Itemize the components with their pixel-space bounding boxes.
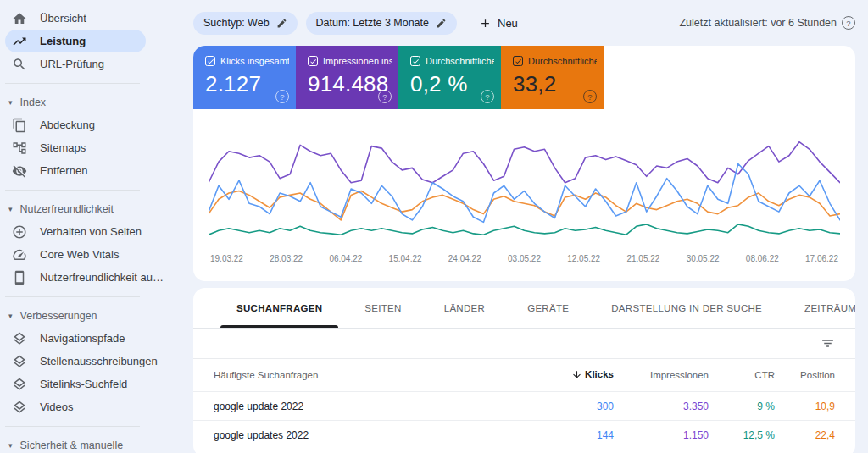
main-content: Suchtyp: Web Datum: Letzte 3 Monate Neu … [180,0,868,453]
checkbox-checked-icon[interactable] [205,56,215,66]
metric-card-ctr[interactable]: Durchschnittliche… 0,2 % ? [398,46,501,109]
column-header-impressionen[interactable]: Impressionen [614,359,709,392]
x-axis: 19.03.2228.03.2206.04.2215.04.2224.04.22… [209,246,840,263]
sidebar-section-label: Nutzerfreundlichkeit [20,202,114,216]
help-icon[interactable]: ? [275,90,289,103]
query-cell: google update 2022 [193,392,514,421]
chevron-down-icon: ▾ [8,96,13,109]
table-row[interactable]: google update 2022 300 3.350 9 % 10,9 [193,392,855,421]
chevron-down-icon: ▾ [8,202,13,216]
x-tick-label: 21.05.22 [626,254,659,263]
topbar: Suchtyp: Web Datum: Letzte 3 Monate Neu … [193,0,855,46]
metric-card-impressionen[interactable]: Impressionen ins… 914.488 ? [296,46,398,109]
search-type-chip[interactable]: Suchtyp: Web [193,12,298,35]
column-header-query[interactable]: Häufigste Suchanfragen [193,359,514,392]
date-range-chip[interactable]: Datum: Letzte 3 Monate [306,12,457,35]
x-tick-label: 17.06.22 [805,254,838,263]
sidebar-item-nutzerfreundlichkeit-mobil[interactable]: Nutzerfreundlichkeit au… [0,266,180,289]
sidebar-divider [5,83,140,84]
filter-row [193,329,855,359]
sidebar-item-sitemaps[interactable]: Sitemaps [0,136,180,159]
home-icon [12,11,27,26]
column-header-label: Klicks [585,369,614,379]
sidebar-item-label: Sitelinks-Suchfeld [40,378,127,390]
sidebar-item-url-pruefung[interactable]: URL-Prüfung [0,52,180,75]
last-updated: Zuletzt aktualisiert: vor 6 Stunden ? [679,16,855,30]
sidebar-item-videos[interactable]: Videos [0,395,180,418]
checkbox-checked-icon[interactable] [513,56,523,66]
checkbox-checked-icon[interactable] [410,56,420,66]
help-icon[interactable]: ? [842,16,855,30]
x-tick-label: 08.06.22 [746,254,779,263]
sidebar-item-label: Navigationspfade [40,332,125,345]
layers-icon [12,354,27,369]
phone-icon [12,270,27,285]
column-header-ctr[interactable]: CTR [709,359,775,392]
chevron-down-icon: ▾ [8,309,13,323]
help-icon[interactable]: ? [583,90,597,103]
sidebar-section-label: Index [20,96,47,109]
new-filter-button[interactable]: Neu [479,17,518,30]
sidebar-item-abdeckung[interactable]: Abdeckung [0,113,180,136]
circle-plus-icon [12,224,27,240]
metric-card-klicks[interactable]: Klicks insgesamt 2.127 ? [193,46,296,109]
last-updated-text: Zuletzt aktualisiert: vor 6 Stunden [679,17,837,29]
tab-darstellung[interactable]: DARSTELLUNG IN DER SUCHE [590,288,783,328]
sidebar-item-navigationspfade[interactable]: Navigationspfade [0,327,180,350]
filter-icon[interactable] [821,336,835,351]
x-tick-label: 19.03.22 [210,254,243,263]
metric-label: Durchschnittliche… [528,56,597,66]
sidebar-section-nutzerfreundlichkeit[interactable]: ▾ Nutzerfreundlichkeit [0,198,180,220]
checkbox-checked-icon[interactable] [308,56,318,66]
sidebar-item-label: Leistung [40,35,86,47]
sidebar-item-verhalten-von-seiten[interactable]: Verhalten von Seiten [0,220,180,243]
sidebar-item-label: Nutzerfreundlichkeit au… [40,271,164,284]
sidebar-item-label: Entfernen [40,164,87,177]
position-cell: 10,9 [775,392,855,421]
sidebar-item-label: Übersicht [40,12,86,25]
sidebar-item-label: Verhalten von Seiten [40,225,142,238]
tab-laender[interactable]: LÄNDER [423,288,506,328]
app-root: Übersicht Leistung URL-Prüfung ▾ Index A… [0,0,868,453]
sidebar-section-verbesserungen[interactable]: ▾ Verbesserungen [0,305,180,327]
column-header-position[interactable]: Position [775,359,855,392]
table-header-row: Häufigste Suchanfragen Klicks Impression… [193,359,855,392]
date-range-label: Datum: Letzte 3 Monate [316,17,429,29]
eye-off-icon [12,163,27,179]
help-icon[interactable]: ? [378,90,392,103]
sidebar-item-leistung[interactable]: Leistung [5,30,146,52]
line-chart[interactable] [209,132,840,246]
tab-zeitraeume[interactable]: ZEITRÄUME [783,288,855,328]
sidebar-item-sitelinks-suchfeld[interactable]: Sitelinks-Suchfeld [0,373,180,395]
sidebar-divider [5,190,140,191]
help-icon[interactable]: ? [481,90,494,103]
tab-geraete[interactable]: GERÄTE [506,288,590,328]
sidebar-divider [5,296,140,297]
metric-label: Klicks insgesamt [220,56,289,66]
plus-icon [479,17,492,30]
x-tick-label: 15.04.22 [389,254,422,263]
metric-label: Durchschnittliche… [426,56,494,66]
sidebar-item-entfernen[interactable]: Entfernen [0,159,180,182]
sidebar-item-stellenausschreibungen[interactable]: Stellenausschreibungen [0,350,180,373]
table-row[interactable]: google updates 2022 144 1.150 12,5 % 22,… [193,421,855,450]
sidebar-section-sicherheit[interactable]: ▾ Sicherheit & manuelle Maßnahmen [0,434,180,453]
sidebar-section-index[interactable]: ▾ Index [0,91,180,113]
performance-chart[interactable]: 19.03.2228.03.2206.04.2215.04.2224.04.22… [193,109,855,263]
chart-line-ctr [209,224,840,235]
table-tabs: SUCHANFRAGEN SEITEN LÄNDER GERÄTE DARSTE… [193,288,855,329]
column-header-klicks[interactable]: Klicks [514,359,614,392]
sidebar-item-uebersicht[interactable]: Übersicht [0,7,180,30]
sidebar-item-label: Core Web Vitals [40,248,119,261]
impressionen-cell: 1.150 [614,421,709,450]
tab-seiten[interactable]: SEITEN [343,288,422,328]
sidebar-item-label: Sitemaps [40,141,86,154]
ctr-cell: 12,5 % [709,421,775,450]
metric-card-position[interactable]: Durchschnittliche… 33,2 ? [501,46,604,109]
tab-suchanfragen[interactable]: SUCHANFRAGEN [215,288,343,328]
gauge-icon [12,247,27,262]
sidebar-item-label: Stellenausschreibungen [40,355,158,367]
edit-icon [436,18,447,29]
sidebar-item-core-web-vitals[interactable]: Core Web Vitals [0,243,180,266]
impressionen-cell: 3.350 [614,392,709,421]
